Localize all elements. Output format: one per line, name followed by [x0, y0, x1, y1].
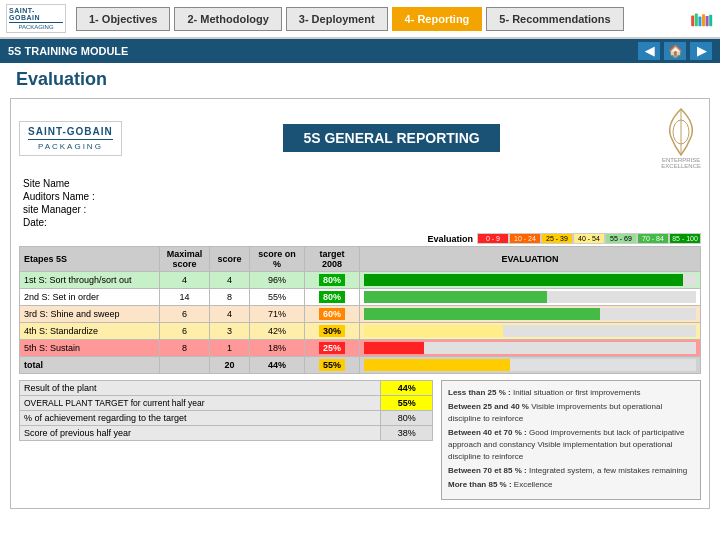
table-row: 1st S: Sort through/sort out 4 4 96% 80%	[20, 272, 701, 289]
logo-text-sg: SAINT-GOBAIN	[9, 7, 63, 21]
table-row: 4th S: Standardize 6 3 42% 30%	[20, 323, 701, 340]
legend-item-3: Between 40 et 70 % : Good improvements b…	[448, 427, 694, 463]
range-10-24: 10 - 24	[509, 233, 541, 244]
total-eval	[360, 357, 701, 374]
row-label: 3rd S: Shine and sweep	[20, 306, 160, 323]
row-target: 80%	[305, 272, 360, 289]
evaluation-label: Evaluation	[427, 234, 473, 244]
total-pct: 44%	[250, 357, 305, 374]
tab-recommendations[interactable]: 5- Recommendations	[486, 7, 623, 31]
training-nav-icons: ◀ 🏠 ▶	[638, 42, 712, 60]
total-score: 20	[210, 357, 250, 374]
forward-icon[interactable]: ▶	[690, 42, 712, 60]
eval-range-container: Evaluation 0 - 9 10 - 24 25 - 39 40 - 54…	[19, 233, 701, 244]
col-etapes: Etapes 5S	[20, 247, 160, 272]
row-maximal: 6	[160, 323, 210, 340]
range-85-100: 85 - 100	[669, 233, 701, 244]
tab-objectives[interactable]: 1- Objectives	[76, 7, 170, 31]
row-score-pct: 42%	[250, 323, 305, 340]
total-label: total	[20, 357, 160, 374]
row-score: 8	[210, 289, 250, 306]
row-label: 4th S: Standardize	[20, 323, 160, 340]
row-eval	[360, 306, 701, 323]
total-maximal	[160, 357, 210, 374]
training-module-bar: 5S TRAINING MODULE ◀ 🏠 ▶	[0, 39, 720, 63]
overall-value: 55%	[381, 396, 433, 411]
site-name-label: Site Name	[19, 177, 119, 190]
legend-item-5: More than 85 % : Excellence	[448, 479, 694, 491]
tab-reporting[interactable]: 4- Reporting	[392, 7, 483, 31]
row-eval	[360, 272, 701, 289]
excellence-badge: ENTERPRISEEXCELLENCE	[661, 107, 701, 169]
table-row-total: total 20 44% 55%	[20, 357, 701, 374]
svg-rect-2	[698, 16, 701, 26]
overall-label: OVERALL PLANT TARGET for current half ye…	[20, 396, 381, 411]
tab-methodology[interactable]: 2- Methodology	[174, 7, 281, 31]
row-maximal: 14	[160, 289, 210, 306]
row-label: 5th S: Sustain	[20, 340, 160, 357]
achievement-value: 80%	[381, 411, 433, 426]
manager-label: site Manager :	[19, 203, 119, 216]
top-right-icons	[690, 9, 714, 29]
result-label: Result of the plant	[20, 381, 381, 396]
col-score: score	[210, 247, 250, 272]
row-target: 30%	[305, 323, 360, 340]
legend-box: Less than 25 % : Initial situation or fi…	[441, 380, 701, 500]
result-value: 44%	[381, 381, 433, 396]
row-maximal: 4	[160, 272, 210, 289]
page-title: Evaluation	[0, 63, 720, 94]
logo-box: SAINT-GOBAIN PACKAGING	[6, 4, 66, 33]
logo-area: SAINT-GOBAIN PACKAGING	[6, 4, 66, 33]
sg-logo-text: SAINT-GOBAIN	[28, 126, 113, 137]
row-score-pct: 18%	[250, 340, 305, 357]
row-score-pct: 55%	[250, 289, 305, 306]
row-target: 25%	[305, 340, 360, 357]
row-label: 2nd S: Set in order	[20, 289, 160, 306]
auditors-label: Auditors Name :	[19, 190, 119, 203]
range-0-9: 0 - 9	[477, 233, 509, 244]
result-row-overall: OVERALL PLANT TARGET for current half ye…	[20, 396, 433, 411]
row-score-pct: 96%	[250, 272, 305, 289]
range-70-84: 70 - 84	[637, 233, 669, 244]
date-value	[119, 216, 501, 229]
tab-deployment[interactable]: 3- Deployment	[286, 7, 388, 31]
col-maximal: Maximal score	[160, 247, 210, 272]
row-label: 1st S: Sort through/sort out	[20, 272, 160, 289]
row-score: 3	[210, 323, 250, 340]
previous-label: Score of previous half year	[20, 426, 381, 441]
legend-item-4: Between 70 et 85 % : Integrated system, …	[448, 465, 694, 477]
main-content: SAINT-GOBAIN PACKAGING 5S GENERAL REPORT…	[0, 94, 720, 513]
excellence-icon	[663, 107, 699, 157]
result-row-previous: Score of previous half year 38%	[20, 426, 433, 441]
date-label: Date:	[19, 216, 119, 229]
training-module-label: 5S TRAINING MODULE	[8, 45, 128, 57]
table-row: 5th S: Sustain 8 1 18% 25%	[20, 340, 701, 357]
row-score-pct: 71%	[250, 306, 305, 323]
svg-rect-1	[695, 13, 698, 26]
row-maximal: 8	[160, 340, 210, 357]
row-target: 60%	[305, 306, 360, 323]
legend-item-1: Less than 25 % : Initial situation or fi…	[448, 387, 694, 399]
col-score-pct: score on %	[250, 247, 305, 272]
previous-value: 38%	[381, 426, 433, 441]
report-title-box: 5S GENERAL REPORTING	[138, 124, 646, 152]
bottom-section: Result of the plant 44% OVERALL PLANT TA…	[19, 380, 701, 500]
report-header: SAINT-GOBAIN PACKAGING 5S GENERAL REPORT…	[19, 107, 701, 169]
total-target: 55%	[305, 357, 360, 374]
excellence-text: ENTERPRISEEXCELLENCE	[661, 157, 701, 169]
range-55-69: 55 - 69	[605, 233, 637, 244]
site-name-value	[119, 177, 501, 190]
row-eval	[360, 323, 701, 340]
col-target: target 2008	[305, 247, 360, 272]
home-icon[interactable]: 🏠	[664, 42, 686, 60]
range-25-39: 25 - 39	[541, 233, 573, 244]
back-icon[interactable]: ◀	[638, 42, 660, 60]
row-score: 1	[210, 340, 250, 357]
row-eval	[360, 289, 701, 306]
sg-logo-big: SAINT-GOBAIN PACKAGING	[19, 121, 122, 156]
5s-data-table: Etapes 5S Maximal score score score on %…	[19, 246, 701, 374]
achievement-label: % of achievement regarding to the target	[20, 411, 381, 426]
sg-logo-pack: PACKAGING	[38, 142, 103, 151]
report-title: 5S GENERAL REPORTING	[283, 124, 499, 152]
svg-rect-3	[702, 14, 705, 26]
